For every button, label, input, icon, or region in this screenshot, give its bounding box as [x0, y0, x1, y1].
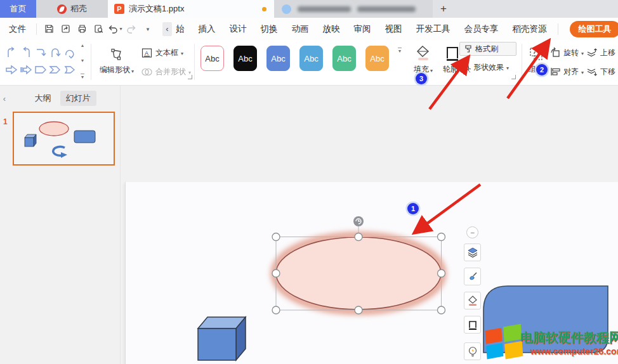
merge-shapes-label: 合并形状	[155, 67, 186, 77]
blurred-tab[interactable]	[274, 0, 433, 18]
blurred-text	[298, 6, 351, 12]
docer-tab-label: 稻壳	[70, 3, 87, 15]
rotate-button[interactable]: 旋转	[549, 45, 586, 60]
align-label: 对齐	[563, 67, 579, 77]
wps-presentation-window: 首页 稻壳 P 演示文稿1.pptx + 文件	[0, 0, 618, 364]
gallery-scroll-up-icon[interactable]: ▲	[81, 43, 85, 48]
avatar	[282, 4, 291, 14]
docer-tab[interactable]: 稻壳	[36, 0, 108, 18]
fill-color-button[interactable]	[464, 292, 481, 309]
align-button[interactable]: 对齐	[549, 64, 586, 79]
new-tab-button[interactable]: +	[433, 0, 454, 18]
menu-item-视图[interactable]: 视图	[385, 23, 402, 35]
menu-item-切换[interactable]: 切换	[261, 23, 278, 35]
shape-loop-arrow-icon[interactable]	[62, 44, 77, 61]
brush-style-button[interactable]	[464, 268, 481, 285]
customize-toolbar-dropdown[interactable]: ▾	[140, 22, 156, 37]
undo-dropdown[interactable]: ▾	[119, 26, 122, 32]
menu-scroll-left-button[interactable]: ‹	[162, 22, 172, 36]
unsaved-indicator-dot	[262, 7, 266, 11]
tab-outline[interactable]: 大纲	[34, 91, 53, 106]
divider	[194, 44, 195, 80]
recommend-idea-button[interactable]	[464, 342, 481, 360]
text-box-label: 文本框	[155, 48, 178, 58]
docer-leaf-icon	[57, 4, 67, 14]
panel-collapse-icon[interactable]: ‹	[0, 94, 9, 103]
outline-color-button[interactable]	[464, 316, 481, 334]
slide-thumbnail-preview	[14, 113, 114, 164]
tab-drawing-tools[interactable]: 绘图工具	[570, 21, 618, 37]
send-backward-button[interactable]: 下移	[586, 64, 618, 79]
text-box-button[interactable]: A 文本框	[141, 45, 197, 60]
shape-curved-tail-arrow-icon[interactable]	[62, 61, 77, 78]
shape-curved-arrow-icon[interactable]	[4, 44, 18, 61]
shape-style-gallery: AbcAbcAbcAbcAbcAbc	[201, 46, 389, 71]
format-painter-button[interactable]: 格式刷	[459, 42, 516, 56]
shape-style-swatch[interactable]: Abc	[332, 46, 356, 71]
group-dialog-launcher[interactable]	[188, 75, 192, 79]
shape-right-arrow-icon[interactable]	[4, 61, 18, 78]
menu-item-start-partial[interactable]: 始	[176, 23, 185, 35]
shape-style-swatch[interactable]: Abc	[266, 46, 290, 71]
undo-button[interactable]: ▾	[107, 22, 123, 37]
gallery-more-icon[interactable]: ▼	[81, 74, 85, 80]
step-badge-3: 3	[416, 73, 427, 84]
save-button[interactable]	[41, 22, 57, 37]
shape-pentagon-arrow-icon[interactable]	[33, 61, 48, 78]
menu-item-动画[interactable]: 动画	[292, 23, 309, 35]
print-button[interactable]	[74, 22, 90, 37]
menu-item-稻壳资源[interactable]: 稻壳资源	[513, 23, 547, 35]
slide-thumbnail[interactable]	[13, 112, 115, 166]
redo-button[interactable]	[123, 22, 140, 37]
shape-style-swatch[interactable]: Abc	[365, 46, 389, 71]
layer-order-button[interactable]	[464, 244, 481, 261]
menubar-items: 插入设计切换动画放映审阅视图开发工具会员专享稻壳资源	[192, 23, 554, 35]
edit-shape-icon	[109, 43, 124, 62]
print-preview-button[interactable]	[90, 22, 107, 37]
group-icon	[529, 42, 544, 62]
divider	[558, 23, 558, 35]
menu-item-设计[interactable]: 设计	[230, 23, 247, 35]
gallery-scroll-down-icon[interactable]: ▼	[81, 58, 85, 63]
edit-shape-button[interactable]: 编辑形状	[94, 43, 140, 75]
shape-effects-button[interactable]: 形状效果	[459, 60, 516, 75]
collapse-mini-toolbar-button[interactable]: −	[466, 226, 478, 238]
shape-chevron-arrow-icon[interactable]	[48, 61, 62, 78]
shape-effects-label: 形状效果	[473, 62, 504, 73]
shape-striped-arrow-icon[interactable]	[18, 61, 33, 78]
menu-item-放映[interactable]: 放映	[323, 23, 340, 35]
slide-panel: ‹ 大纲 幻灯片 1	[0, 86, 121, 364]
style-more-icon[interactable]: ▼	[398, 48, 402, 54]
divider	[522, 44, 522, 80]
style-gallery-more: ▼	[395, 48, 405, 69]
file-menu[interactable]: 文件	[9, 23, 26, 35]
outline-icon	[444, 42, 461, 62]
group-dialog-launcher[interactable]	[511, 75, 516, 79]
shape-style-swatch[interactable]: Abc	[233, 46, 257, 71]
shape-style-swatch[interactable]: Abc	[299, 46, 323, 71]
format-painter-label: 格式刷	[475, 44, 498, 55]
ribbon-toolbar: ▲ ▼ ▼ 编辑形状 A 文本框 合并形状 AbcAbcAbcAbcAbcAbc	[0, 40, 618, 86]
shape-uturn-arrow-icon[interactable]	[48, 44, 62, 61]
divider	[36, 23, 37, 35]
bring-forward-button[interactable]: 上移	[586, 45, 618, 60]
shape-curved-arrow-icon[interactable]	[18, 44, 33, 61]
blurred-text	[357, 6, 416, 12]
shape-curved-arrow-icon[interactable]	[33, 44, 48, 61]
home-tab[interactable]: 首页	[0, 0, 36, 18]
slide-canvas-area[interactable]	[121, 86, 618, 364]
tab-slides[interactable]: 幻灯片	[60, 91, 96, 106]
document-tab-label: 演示文稿1.pptx	[129, 3, 184, 15]
document-tab[interactable]: P 演示文稿1.pptx	[108, 0, 274, 18]
menu-item-插入[interactable]: 插入	[199, 23, 216, 35]
shape-gallery-scrollbar: ▲ ▼ ▼	[77, 43, 88, 80]
shape-style-swatch[interactable]: Abc	[201, 46, 224, 71]
output-button[interactable]	[57, 22, 74, 37]
workspace: ‹ 大纲 幻灯片 1	[0, 86, 618, 364]
watermark-site-name: 电脑软硬件教程网	[520, 329, 618, 346]
slide-number: 1	[3, 117, 8, 126]
menu-item-会员专享[interactable]: 会员专享	[464, 23, 499, 35]
fill-button[interactable]: 填充	[409, 42, 438, 75]
menu-item-审阅[interactable]: 审阅	[354, 23, 371, 35]
menu-item-开发工具[interactable]: 开发工具	[416, 23, 450, 35]
